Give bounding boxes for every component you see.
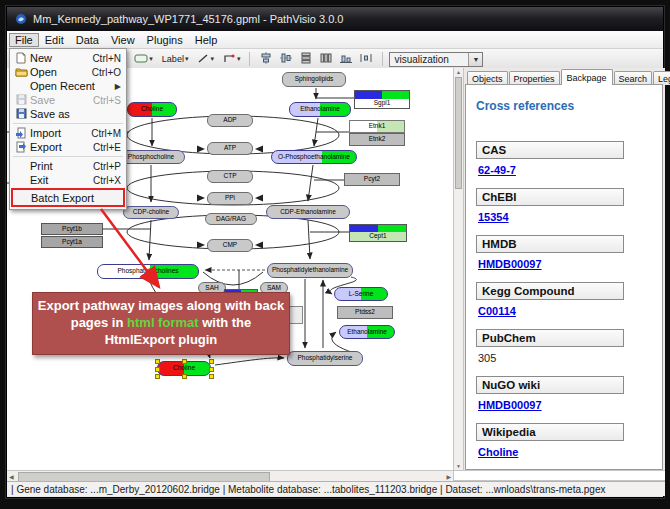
menu-item-label: Batch Export (31, 192, 123, 204)
menu-item-label: Save as (30, 108, 124, 120)
node-pcyt1b[interactable]: Pcyt1b (41, 223, 103, 235)
align-center-y-icon[interactable] (280, 52, 292, 66)
node-phosphatidylcholines[interactable]: Phosphatidylcholines (97, 264, 199, 279)
menu-item-batch-export[interactable]: Batch Export (11, 188, 125, 207)
node-etnk2[interactable]: Etnk2 (349, 133, 405, 146)
xref-database-name: CAS (476, 141, 624, 159)
menubar-item-view[interactable]: View (105, 33, 141, 47)
node-cmp[interactable]: CMP (207, 239, 253, 252)
xref-value: 305 (478, 352, 496, 364)
menubar-item-help[interactable]: Help (189, 33, 224, 47)
xref-link[interactable]: C00114 (478, 305, 516, 317)
connector-tool-button[interactable]: ▾ (220, 51, 244, 68)
visualization-combobox[interactable]: visualization ▼ (389, 52, 483, 67)
line-tool-button[interactable]: ▾ (194, 51, 217, 68)
xref-link[interactable]: HMDB00097 (478, 399, 542, 411)
stack-vertical-icon[interactable] (300, 52, 312, 66)
node-choline-selected[interactable]: Choline (157, 361, 211, 376)
node-adp[interactable]: ADP (207, 114, 253, 127)
xref-link[interactable]: Choline (478, 446, 518, 458)
menu-item-exit[interactable]: ExitCtrl+X (10, 173, 126, 187)
menu-item-export[interactable]: ExportCtrl+E (10, 140, 126, 154)
distribute-horizontal-icon[interactable] (360, 52, 372, 66)
stack-horizontal-icon[interactable] (320, 52, 332, 66)
window-title: Mm_Kennedy_pathway_WP1771_45176.gpml - P… (33, 13, 343, 25)
node-o-phosphoethanolamine[interactable]: O-Phosphoethanolamine (271, 150, 357, 164)
node-etnk1[interactable]: Etnk1 (349, 120, 405, 133)
menu-item-new[interactable]: NewCtrl+N (10, 51, 126, 65)
node-label: Ptdss2 (355, 309, 375, 316)
node-dag[interactable]: DAG/RAG (205, 213, 257, 225)
menubar-item-file[interactable]: File (9, 33, 39, 47)
node-ethanolamine-bottom[interactable]: Ethanolamine (339, 325, 395, 339)
menu-item-open[interactable]: OpenCtrl+O (10, 65, 126, 79)
node-phosphatidylserine[interactable]: Phosphatidylserine (287, 351, 363, 366)
tab-objects[interactable]: Objects (467, 71, 508, 85)
tab-properties[interactable]: Properties (509, 71, 560, 85)
node-l-serine[interactable]: L-Serine (334, 287, 388, 301)
xref-link[interactable]: HMDB00097 (478, 258, 542, 270)
selection-handle[interactable] (155, 367, 160, 372)
chevron-down-icon[interactable]: ▼ (468, 53, 482, 66)
annotation-callout: Export pathway images along with back pa… (32, 292, 290, 355)
scroll-left-icon[interactable]: ◀ (9, 473, 14, 480)
node-cept1[interactable]: Cept1 (349, 224, 407, 242)
tab-search[interactable]: Search (614, 71, 653, 85)
node-ppi[interactable]: PPi (207, 192, 253, 205)
node-phosphatidylethanolamine[interactable]: Phosphatidylethanolamine (267, 263, 353, 278)
xref-link[interactable]: 62-49-7 (478, 164, 516, 176)
menu-item-print[interactable]: PrintCtrl+P (10, 159, 126, 173)
no-icon (12, 80, 30, 92)
node-sphingolipids[interactable]: Sphingolipids (282, 72, 346, 87)
scroll-right-icon[interactable]: ▶ (446, 473, 451, 480)
selection-handle[interactable] (209, 367, 214, 372)
scroll-down-icon[interactable]: ▼ (454, 463, 463, 469)
tab-backpage[interactable]: Backpage (561, 69, 613, 85)
selection-handle[interactable] (182, 374, 187, 379)
xref-link[interactable]: 15354 (478, 211, 509, 223)
node-cdp-ethanolamine[interactable]: CDP-Ethanolamine (266, 205, 350, 219)
open-folder-icon (12, 66, 30, 78)
chevron-down-icon[interactable]: ▾ (185, 55, 189, 63)
chevron-down-icon[interactable]: ▾ (237, 55, 241, 63)
node-pcyt1a[interactable]: Pcyt1a (41, 236, 103, 248)
canvas-horizontal-scrollbar[interactable]: ◀ ▶ (7, 470, 453, 481)
label-tool-button[interactable]: Label ▾ (159, 52, 192, 66)
selection-handle[interactable] (209, 374, 214, 379)
align-center-x-icon[interactable] (260, 52, 272, 66)
canvas-vertical-scrollbar[interactable]: ▲ ▼ (453, 68, 464, 470)
node-atp[interactable]: ATP (207, 142, 253, 155)
tab-legend[interactable]: Legend (653, 71, 670, 85)
menubar-item-plugins[interactable]: Plugins (141, 33, 189, 47)
menu-item-import[interactable]: ImportCtrl+M (10, 126, 126, 140)
expression-strip (355, 91, 409, 99)
node-choline-top[interactable]: Choline (127, 102, 177, 117)
node-label: Pcyt2 (364, 176, 380, 183)
scroll-up-icon[interactable]: ▲ (454, 69, 463, 75)
node-phosphocholine[interactable]: Phosphocholine (117, 150, 185, 164)
node-sgpl1[interactable]: Sgpl1 (354, 90, 410, 109)
menubar-item-data[interactable]: Data (70, 33, 105, 47)
selection-handle[interactable] (209, 359, 214, 364)
node-pcyt2[interactable]: Pcyt2 (344, 173, 400, 186)
menu-item-save[interactable]: SaveCtrl+S (10, 93, 126, 107)
chevron-down-icon[interactable]: ▾ (149, 55, 153, 63)
menu-item-save-as[interactable]: Save as (10, 107, 126, 121)
node-ctp[interactable]: CTP (207, 170, 253, 183)
node-cdp-choline[interactable]: CDP-choline (123, 206, 179, 219)
visualization-value: visualization (390, 54, 468, 65)
node-ptdss2[interactable]: Ptdss2 (337, 306, 393, 319)
selection-handle[interactable] (155, 374, 160, 379)
chevron-down-icon[interactable]: ▾ (210, 55, 214, 63)
selection-handle[interactable] (155, 359, 160, 364)
align-bottom-icon[interactable] (340, 52, 352, 66)
node-ethanolamine-top[interactable]: Ethanolamine (289, 102, 351, 117)
menu-item-open-recent[interactable]: Open Recent▶ (10, 79, 126, 93)
menu-item-label: Save (30, 94, 93, 106)
vertical-scroll-thumb[interactable] (455, 77, 462, 189)
menubar-item-edit[interactable]: Edit (39, 33, 70, 47)
selection-handle[interactable] (182, 359, 187, 364)
datanode-tool-button[interactable]: ▾ (131, 51, 156, 68)
menu-item-shortcut: Ctrl+P (93, 161, 124, 172)
no-icon (12, 174, 30, 186)
